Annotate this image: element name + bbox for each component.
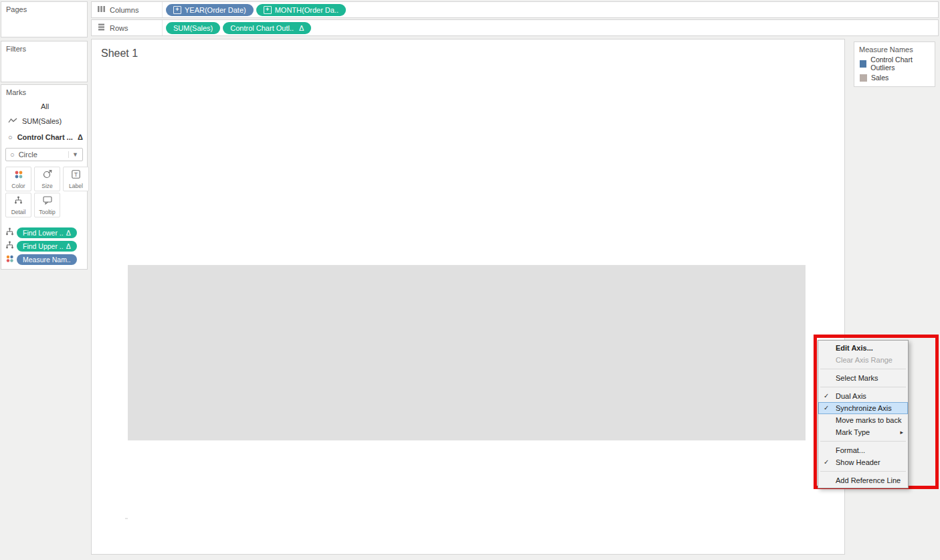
menu-item-show-header[interactable]: ✓Show Header <box>818 456 908 468</box>
find-lower-pill[interactable]: Find Lower .. Δ <box>17 227 77 238</box>
rows-icon <box>98 23 105 32</box>
find-lower-pill-row: Find Lower .. Δ <box>5 227 77 238</box>
svg-text:T: T <box>74 171 78 177</box>
filters-label: Filters <box>1 41 87 53</box>
checkmark-icon: ✓ <box>824 390 829 402</box>
control-chart <box>92 39 844 554</box>
expand-icon: + <box>264 6 272 14</box>
checkmark-icon: ✓ <box>824 402 829 414</box>
calculation-delta-icon: Δ <box>299 24 304 32</box>
tooltip-button[interactable]: Tooltip <box>34 193 60 217</box>
marks-card: Marks All SUM(Sales) ○ Control Chart ...… <box>1 84 88 270</box>
label-button[interactable]: T Label <box>63 167 89 191</box>
rows-pill-control-chart-outl[interactable]: Control Chart Outl..Δ <box>223 22 311 34</box>
legend-entry-sales[interactable]: Sales <box>854 72 935 82</box>
columns-icon <box>98 5 105 14</box>
find-upper-pill[interactable]: Find Upper .. Δ <box>17 241 77 252</box>
menu-item-edit-axis[interactable]: Edit Axis... <box>818 342 908 354</box>
tooltip-icon <box>43 195 52 207</box>
detail-icon <box>5 240 14 252</box>
checkmark-icon: ✓ <box>824 456 829 468</box>
calculation-delta-icon: Δ <box>78 133 83 141</box>
menu-item-synchronize-axis[interactable]: ✓Synchronize Axis <box>818 402 908 414</box>
menu-item-dual-axis[interactable]: ✓Dual Axis <box>818 390 908 402</box>
size-button[interactable]: Size <box>34 167 60 191</box>
legend-title: Measure Names <box>854 42 935 54</box>
worksheet: Sheet 1 <box>91 39 845 555</box>
label-icon: T <box>72 169 80 181</box>
menu-separator <box>820 471 906 472</box>
control-limits-band <box>128 265 806 440</box>
circle-mark-icon: ○ <box>8 133 13 141</box>
rows-label: Rows <box>110 24 128 32</box>
color-icon <box>14 169 23 181</box>
mark-type-dropdown[interactable]: ○ Circle ▼ <box>5 148 83 161</box>
circle-glyph-icon: ○ <box>10 151 15 159</box>
pages-label: Pages <box>1 2 87 13</box>
columns-shelf[interactable]: Columns +YEAR(Order Date)+MONTH(Order Da… <box>91 1 939 18</box>
chevron-down-icon: ▼ <box>68 151 78 158</box>
color-icon <box>5 254 14 266</box>
submenu-arrow-icon: ▸ <box>900 426 903 438</box>
rows-pill-sum-sales[interactable]: SUM(Sales) <box>166 22 220 34</box>
menu-separator <box>820 441 906 442</box>
legend-entry-control-chart-outliers[interactable]: Control Chart Outliers <box>854 54 935 72</box>
color-button[interactable]: Color <box>5 167 31 191</box>
measure-names-pill[interactable]: Measure Nam.. <box>17 254 77 265</box>
size-icon <box>43 169 52 181</box>
menu-item-move-marks-to-back[interactable]: Move marks to back <box>818 414 908 426</box>
menu-separator <box>820 369 906 369</box>
legend-swatch <box>860 60 866 68</box>
axis-context-menu: Edit Axis...Clear Axis RangeSelect Marks… <box>818 340 909 488</box>
find-upper-pill-row: Find Upper .. Δ <box>5 241 77 252</box>
menu-item-mark-type[interactable]: Mark Type▸ <box>818 426 908 438</box>
columns-label: Columns <box>110 6 138 14</box>
marks-layer-sum-sales[interactable]: SUM(Sales) <box>1 114 88 128</box>
filters-shelf[interactable]: Filters <box>1 41 88 82</box>
measure-names-legend[interactable]: Measure Names Control Chart Outliers Sal… <box>854 41 935 87</box>
columns-pill-year-order-date[interactable]: +YEAR(Order Date) <box>166 4 254 16</box>
menu-separator <box>820 387 906 387</box>
pages-shelf[interactable]: Pages <box>1 1 88 37</box>
detail-button[interactable]: Detail <box>5 193 31 217</box>
rows-shelf[interactable]: Rows SUM(Sales)Control Chart Outl..Δ <box>91 19 939 36</box>
marks-layer-control-chart[interactable]: ○ Control Chart ... Δ <box>1 130 88 144</box>
menu-item-select-marks[interactable]: Select Marks <box>818 372 908 384</box>
expand-icon: + <box>173 6 181 14</box>
menu-item-add-reference-line[interactable]: Add Reference Line <box>818 474 908 486</box>
legend-swatch <box>860 74 867 82</box>
marks-layer-all[interactable]: All <box>1 100 88 113</box>
columns-pill-month-order-da[interactable]: +MONTH(Order Da.. <box>256 4 346 16</box>
line-mark-icon <box>8 117 17 125</box>
marks-label: Marks <box>1 85 87 96</box>
detail-icon <box>14 195 23 207</box>
menu-item-format[interactable]: Format... <box>818 444 908 456</box>
menu-item-clear-axis-range: Clear Axis Range <box>818 354 908 366</box>
detail-icon <box>5 227 14 239</box>
measure-names-pill-row: Measure Nam.. <box>5 254 77 265</box>
